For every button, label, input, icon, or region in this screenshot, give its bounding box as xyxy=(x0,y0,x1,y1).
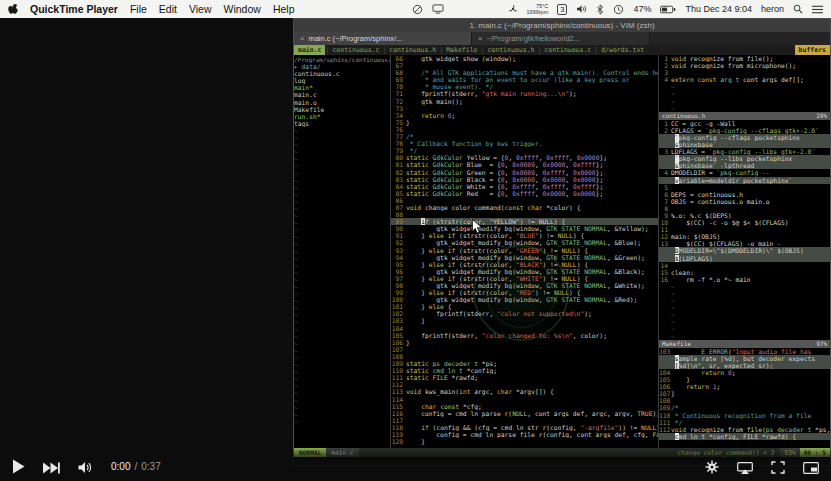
display-menu-icon[interactable] xyxy=(432,4,444,14)
code-line: 1void recognize_from_file(); xyxy=(659,55,830,62)
code-line: 113void kws_main(int argc, char *argv[])… xyxy=(391,388,658,395)
terminal-background-emblem xyxy=(473,245,569,341)
input-source-badge[interactable]: 3 xyxy=(557,4,567,15)
code-line: 112void recognize_from_file(ps_decoder_t… xyxy=(659,426,830,433)
buffer-tab[interactable]: Makefile xyxy=(443,45,480,55)
empty-line: ~ xyxy=(294,240,390,247)
bluetooth-icon[interactable] xyxy=(596,4,604,15)
empty-line: ~ xyxy=(294,368,390,375)
empty-line: ~ xyxy=(294,269,390,276)
nerdtree-item[interactable]: main* xyxy=(294,84,390,91)
mouse-pointer xyxy=(472,219,483,238)
code-line: 87void change_color_command(const char *… xyxy=(391,204,658,211)
code-line: 90 gtk_widget_modify_bg(window, GTK_STAT… xyxy=(391,225,658,232)
code-line: 4extern const arg_t cont_args_def[]; xyxy=(659,76,830,83)
nerdtree-item[interactable]: ▸ data/ xyxy=(294,63,390,70)
empty-line: ~ xyxy=(294,276,390,283)
empty-line: ~ xyxy=(294,248,390,255)
video-frame[interactable]: 1. main.c (~/Program/sphinx/continuous) … xyxy=(0,18,831,481)
vim-tabline: main.c |continuous.c|continuous.h|Makefi… xyxy=(294,45,830,55)
code-line: DMODELDIR=\"$(DMODELDIR)\" $(OBJS) xyxy=(659,247,830,254)
code-line: 73 xyxy=(391,105,658,112)
buffer-tab-active[interactable]: main.c xyxy=(294,45,325,55)
do-not-disturb-icon[interactable] xyxy=(412,4,423,15)
empty-line: ~ xyxy=(294,290,390,297)
empty-line: ~ xyxy=(294,255,390,262)
nerdtree-root-path: /Program/sphinx/continuous/ xyxy=(294,56,390,63)
nerdtree-item[interactable]: Makefile xyxy=(294,106,390,113)
empty-line: ~ xyxy=(294,141,390,148)
nerdtree-item[interactable]: main.c xyxy=(294,91,390,98)
spotlight-icon[interactable] xyxy=(793,4,803,14)
code-line: 82static GdkColor Green = {0, 0x0000, 0x… xyxy=(391,169,658,176)
code-line: [%d]\n", sr, expected_sr); xyxy=(659,362,830,369)
code-line: 120 } xyxy=(391,438,658,445)
screen: QuickTime Player FileEditViewWindowHelp … xyxy=(0,0,831,481)
code-line: 70 * mouse event). */ xyxy=(391,83,658,90)
airplay-icon[interactable] xyxy=(737,462,753,474)
nerdtree-pane[interactable]: /Program/sphinx/continuous/▸ data/contin… xyxy=(294,55,390,448)
status-percent: 29% xyxy=(816,112,827,120)
menu-edit[interactable]: Edit xyxy=(159,3,177,15)
code-line: 107 xyxy=(391,346,658,353)
status-filename: Makefile xyxy=(662,340,691,348)
right-split-pane[interactable]: 1void recognize_from_file();2void recogn… xyxy=(658,55,830,448)
play-button[interactable] xyxy=(12,459,25,474)
main-code-pane[interactable]: 66 gtk_widget_show (window);6768 /* All … xyxy=(390,55,658,448)
apple-menu-icon[interactable] xyxy=(8,3,18,15)
active-app-name[interactable]: QuickTime Player xyxy=(30,3,118,15)
volume-menu-icon[interactable] xyxy=(576,4,587,14)
volume-button[interactable] xyxy=(78,461,93,474)
empty-line: ~ xyxy=(294,389,390,396)
nerdtree-item[interactable]: run.sh* xyxy=(294,113,390,120)
buffer-tab[interactable]: d/words.txt xyxy=(598,45,647,55)
nerdtree-item[interactable]: main.o xyxy=(294,99,390,106)
fullscreen-icon[interactable] xyxy=(771,461,785,474)
nerdtree-item[interactable]: tags xyxy=(294,120,390,127)
tab-close-icon[interactable]: × xyxy=(478,32,482,45)
menu-window[interactable]: Window xyxy=(224,3,261,15)
menu-bar-clock[interactable]: Thu Dec 24 9:04 xyxy=(685,4,752,14)
skip-forward-button[interactable] xyxy=(43,462,60,474)
empty-line: ~ xyxy=(294,382,390,389)
code-line: sphinxbase` xyxy=(659,141,830,148)
menu-help[interactable]: Help xyxy=(273,3,295,15)
code-line: 81static GdkColor Blue = {0, 0x0000, 0x0… xyxy=(391,161,658,168)
fan-icon[interactable] xyxy=(508,4,518,14)
menu-file[interactable]: File xyxy=(130,3,147,15)
terminal-tab[interactable]: ×~/Program/gtk/helloworld2... xyxy=(472,32,650,45)
code-line: 12main: $(OBJS) xyxy=(659,233,830,240)
empty-line: ~ xyxy=(659,325,830,332)
terminal-tab[interactable]: ×main.c (~/Program/sphinx/... xyxy=(294,32,472,45)
code-line: 84static GdkColor White = {0, 0xffff, 0x… xyxy=(391,183,658,190)
code-line: 13 $(CC) $(CFLAGS) -o main - xyxy=(659,240,830,247)
settings-gear-icon[interactable] xyxy=(705,460,719,474)
time-elapsed: 0:00 xyxy=(111,459,130,474)
code-line: 15clean: xyxy=(659,269,830,276)
code-line: 106 return 1; xyxy=(659,383,830,390)
buffers-label: buffers xyxy=(795,45,830,55)
nerdtree-item[interactable]: continuous.c xyxy=(294,70,390,77)
time-machine-icon[interactable] xyxy=(613,4,624,15)
buffer-tab[interactable]: continuous.c xyxy=(329,45,382,55)
fan-speed: 1999rpm xyxy=(527,9,549,15)
empty-line: ~ xyxy=(659,90,830,97)
battery-icon[interactable] xyxy=(660,5,676,14)
code-line: 86 xyxy=(391,197,658,204)
nerdtree-item[interactable]: log xyxy=(294,77,390,84)
buffer-tab[interactable]: continuous.h xyxy=(386,45,439,55)
pip-icon[interactable] xyxy=(803,462,819,474)
code-line: 8 xyxy=(659,205,830,212)
buffer-tab[interactable]: continuous.c xyxy=(541,45,594,55)
empty-line: ~ xyxy=(659,333,830,340)
temperature-readout[interactable]: 75°C 1999rpm xyxy=(527,3,549,15)
empty-line: ~ xyxy=(294,304,390,311)
tab-close-icon[interactable]: × xyxy=(300,32,304,45)
empty-line: ~ xyxy=(659,105,830,112)
empty-line: ~ xyxy=(294,418,390,425)
notification-center-icon[interactable] xyxy=(812,5,823,14)
fast-user-switch[interactable]: heron xyxy=(761,4,784,14)
menu-view[interactable]: View xyxy=(189,3,212,15)
empty-line: ~ xyxy=(294,162,390,169)
buffer-tab[interactable]: continuous.h xyxy=(484,45,537,55)
